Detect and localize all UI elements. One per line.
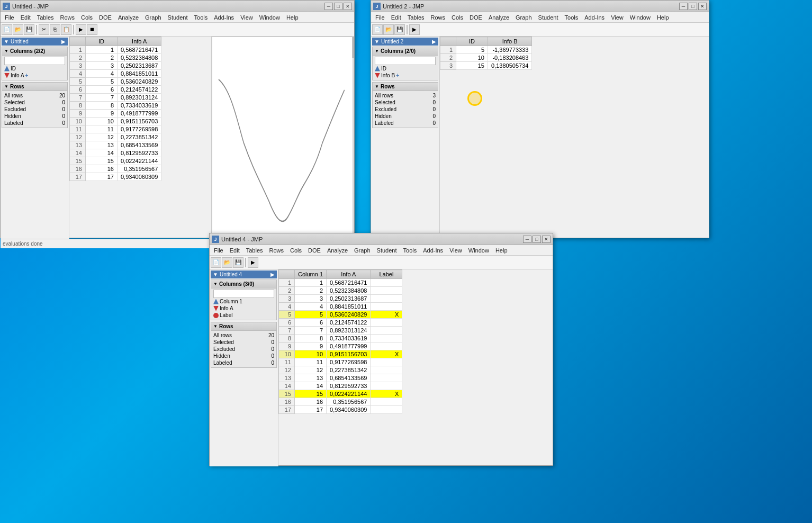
menu-help-3[interactable]: Help: [492, 246, 511, 255]
close-btn-1[interactable]: ✕: [344, 3, 352, 10]
menu-tables-2[interactable]: Tables: [404, 13, 428, 22]
tb-run-3[interactable]: ▶: [248, 257, 258, 268]
tb-new-3[interactable]: 📄: [211, 257, 221, 268]
menu-student-2[interactable]: Student: [535, 13, 562, 22]
col-infob-2[interactable]: Info B +: [375, 72, 436, 79]
menu-doe-1[interactable]: DOE: [96, 13, 115, 22]
menu-tables-1[interactable]: Tables: [34, 13, 57, 22]
menu-cols-1[interactable]: Cols: [78, 13, 96, 22]
tb-new-1[interactable]: 📄: [2, 24, 12, 35]
rows-labeled-label-1: Labeled: [4, 120, 23, 126]
maximize-btn-1[interactable]: □: [334, 3, 342, 10]
menu-edit-1[interactable]: Edit: [17, 13, 34, 22]
menu-student-3[interactable]: Student: [374, 246, 400, 255]
menu-graph-3[interactable]: Graph: [351, 246, 374, 255]
tb-run-1[interactable]: ▶: [76, 24, 86, 35]
menu-addins-1[interactable]: Add-Ins: [211, 13, 237, 22]
columns-search-1[interactable]: [4, 57, 65, 65]
tb-open-3[interactable]: 📂: [222, 257, 232, 268]
close-btn-3[interactable]: ✕: [542, 236, 551, 243]
menu-tables-3[interactable]: Tables: [243, 246, 266, 255]
col-add-2[interactable]: +: [396, 73, 399, 78]
menu-help-2[interactable]: Help: [654, 13, 672, 22]
menu-analyze-1[interactable]: Analyze: [115, 13, 142, 22]
menu-analyze-3[interactable]: Analyze: [324, 246, 351, 255]
cell-label: [371, 382, 402, 390]
minimize-btn-2[interactable]: ─: [679, 3, 688, 10]
menu-doe-2[interactable]: DOE: [466, 13, 485, 22]
menu-rows-1[interactable]: Rows: [57, 13, 78, 22]
table-name-bar-3[interactable]: ▼ Untitled 4 ▶: [211, 270, 277, 278]
rows-header-1[interactable]: ▼ Rows: [2, 83, 67, 91]
cell-infoa: 0,7334033619: [118, 102, 161, 110]
tb-copy-1[interactable]: ⎘: [50, 24, 60, 35]
menu-edit-3[interactable]: Edit: [227, 246, 243, 255]
rows-section-2: ▼ Rows All rows 3 Selected 0 Excluded 0: [372, 82, 438, 128]
tb-stop-1[interactable]: ⏹: [87, 24, 97, 35]
table-name-bar-1[interactable]: ▼ Untitled ▶: [2, 38, 68, 46]
menu-student-1[interactable]: Student: [165, 13, 191, 22]
menu-tools-1[interactable]: Tools: [191, 13, 211, 22]
menu-view-2[interactable]: View: [608, 13, 627, 22]
menu-window-1[interactable]: Window: [256, 13, 283, 22]
menu-cols-2[interactable]: Cols: [448, 13, 466, 22]
columns-header-2[interactable]: ▼ Columns (2/0): [373, 47, 438, 56]
tb-save-1[interactable]: 💾: [24, 24, 34, 35]
tb-open-2[interactable]: 📂: [383, 24, 394, 35]
menu-graph-1[interactable]: Graph: [142, 13, 165, 22]
tb-save-3[interactable]: 💾: [233, 257, 243, 268]
tb-run-2[interactable]: ▶: [409, 24, 420, 35]
maximize-btn-2[interactable]: □: [689, 3, 697, 10]
menu-rows-3[interactable]: Rows: [266, 246, 287, 255]
tb-new-2[interactable]: 📄: [372, 24, 383, 35]
col-infoa-1[interactable]: Info A +: [4, 72, 65, 79]
window-body-2: ▼ Untitled 2 ▶ ▼ Columns (2/0) ID: [371, 37, 709, 239]
tb-save-2[interactable]: 💾: [394, 24, 405, 35]
col-id-2[interactable]: ID: [375, 65, 436, 72]
columns-header-1[interactable]: ▼ Columns (2/2): [2, 47, 67, 56]
menu-edit-2[interactable]: Edit: [388, 13, 404, 22]
menu-file-2[interactable]: File: [372, 13, 388, 22]
cell-rownum: 11: [70, 125, 86, 133]
title-bar-2: J Untitled 2 - JMP ─ □ ✕: [371, 1, 709, 12]
tb-cut-1[interactable]: ✂: [39, 24, 49, 35]
menu-analyze-2[interactable]: Analyze: [485, 13, 512, 22]
menu-tools-3[interactable]: Tools: [400, 246, 420, 255]
col-id-1[interactable]: ID: [4, 65, 65, 72]
col-add-1[interactable]: +: [25, 73, 29, 78]
th-rownum-3: [279, 270, 295, 279]
tb-paste-1[interactable]: 📋: [61, 24, 71, 35]
table-row: 2 10 -0,183208463: [440, 54, 532, 62]
maximize-btn-3[interactable]: □: [533, 236, 541, 243]
col-infoa-3[interactable]: Info A: [213, 305, 274, 312]
menu-view-1[interactable]: View: [237, 13, 256, 22]
table-name-bar-2[interactable]: ▼ Untitled 2 ▶: [372, 38, 438, 46]
rows-selected-val-1: 0: [62, 100, 65, 105]
menu-graph-2[interactable]: Graph: [512, 13, 535, 22]
tb-open-1[interactable]: 📂: [13, 24, 23, 35]
menu-doe-3[interactable]: DOE: [305, 246, 324, 255]
menu-window-3[interactable]: Window: [465, 246, 492, 255]
columns-search-2[interactable]: [375, 57, 436, 65]
col-col1-3[interactable]: Column 1: [213, 298, 274, 305]
menu-addins-2[interactable]: Add-Ins: [581, 13, 608, 22]
menu-rows-2[interactable]: Rows: [428, 13, 449, 22]
menu-view-3[interactable]: View: [446, 246, 465, 255]
col-label-3[interactable]: Label: [213, 312, 274, 319]
menu-file-1[interactable]: File: [2, 13, 17, 22]
menu-help-1[interactable]: Help: [283, 13, 302, 22]
minimize-btn-3[interactable]: ─: [523, 236, 531, 243]
minimize-btn-1[interactable]: ─: [324, 3, 333, 10]
table-arrow-2: ▶: [432, 39, 436, 44]
menu-cols-3[interactable]: Cols: [287, 246, 305, 255]
columns-search-3[interactable]: [213, 290, 274, 298]
menu-file-3[interactable]: File: [211, 246, 227, 255]
rows-hidden-label-1: Hidden: [4, 113, 21, 119]
rows-header-3[interactable]: ▼ Rows: [211, 322, 276, 331]
menu-window-2[interactable]: Window: [627, 13, 654, 22]
rows-header-2[interactable]: ▼ Rows: [373, 83, 438, 91]
menu-addins-3[interactable]: Add-Ins: [420, 246, 446, 255]
columns-header-3[interactable]: ▼ Columns (3/0): [211, 280, 276, 288]
close-btn-2[interactable]: ✕: [698, 3, 707, 10]
menu-tools-2[interactable]: Tools: [562, 13, 582, 22]
